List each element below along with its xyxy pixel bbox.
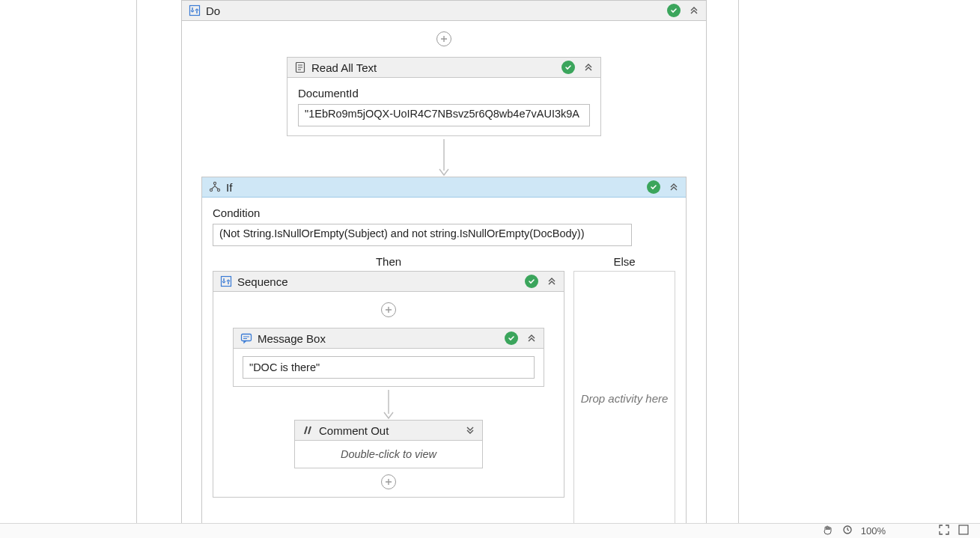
expand-icon[interactable] <box>464 424 476 436</box>
comment-hint[interactable]: Double-click to view <box>295 441 482 468</box>
comment-out-activity[interactable]: Comment Out <box>294 420 483 468</box>
msgbox-text-input[interactable]: "DOC is there" <box>243 356 535 379</box>
validation-ok-icon <box>525 275 538 288</box>
read-title: Read All Text <box>311 61 377 74</box>
sequence-activity[interactable]: Sequence <box>213 271 564 498</box>
collapse-icon[interactable] <box>688 4 700 16</box>
svg-rect-6 <box>242 334 252 341</box>
connector-arrow <box>435 139 453 177</box>
else-label: Else <box>573 255 675 268</box>
zoom-level[interactable]: 100% <box>861 525 886 537</box>
branch-icon <box>208 180 222 194</box>
add-activity-button[interactable] <box>381 474 396 489</box>
sequence-icon <box>219 275 233 288</box>
message-icon <box>240 331 253 345</box>
reset-zoom-icon[interactable] <box>841 524 853 538</box>
documentid-label: DocumentId <box>298 87 590 100</box>
comment-slash-icon <box>301 424 314 437</box>
fit-screen-icon[interactable] <box>938 524 950 538</box>
validation-ok-icon <box>647 180 660 194</box>
document-icon <box>293 61 307 74</box>
validation-ok-icon <box>505 331 518 345</box>
do-activity[interactable]: Do <box>181 0 707 536</box>
if-activity[interactable]: If Condition <box>201 177 687 535</box>
else-drop-zone[interactable]: Drop activity here <box>573 271 675 525</box>
collapse-icon[interactable] <box>668 181 680 193</box>
comment-header[interactable]: Comment Out <box>295 421 482 441</box>
read-header[interactable]: Read All Text <box>287 58 600 78</box>
svg-point-4 <box>217 189 219 191</box>
else-placeholder: Drop activity here <box>581 392 669 405</box>
condition-label: Condition <box>213 207 675 219</box>
read-all-text-activity[interactable]: Read All Text Docum <box>287 57 601 136</box>
svg-point-3 <box>210 189 212 191</box>
panel-border-right <box>738 0 739 524</box>
workflow-canvas[interactable]: Do <box>145 0 714 524</box>
do-header[interactable]: Do <box>182 1 706 21</box>
sequence-title: Sequence <box>237 275 288 288</box>
pan-hand-icon[interactable] <box>822 524 834 538</box>
overview-icon[interactable] <box>958 524 970 538</box>
documentid-input[interactable]: "1EbRo9m5jOQX-UoIR4C7NBsvz5r6Q8wb4e7vAUI… <box>298 104 590 126</box>
comment-title: Comment Out <box>319 424 389 437</box>
svg-rect-8 <box>959 525 968 534</box>
sequence-icon <box>188 4 201 17</box>
add-activity-button[interactable] <box>381 302 396 317</box>
sequence-header[interactable]: Sequence <box>213 272 564 292</box>
collapse-icon[interactable] <box>526 332 538 344</box>
collapse-icon[interactable] <box>582 61 594 73</box>
if-header[interactable]: If <box>202 177 686 198</box>
panel-border-left <box>136 0 137 524</box>
svg-point-2 <box>213 182 216 184</box>
condition-input[interactable]: (Not String.IsNullOrEmpty(Subject) and n… <box>213 224 632 246</box>
status-bar: 100% <box>0 523 980 538</box>
collapse-icon[interactable] <box>546 275 558 287</box>
message-box-activity[interactable]: Message Box <box>233 328 544 387</box>
validation-ok-icon <box>561 61 575 74</box>
do-title: Do <box>206 4 220 17</box>
add-activity-button[interactable] <box>436 31 451 46</box>
msgbox-header[interactable]: Message Box <box>234 328 544 349</box>
msgbox-title: Message Box <box>258 332 326 345</box>
connector-arrow <box>380 390 398 420</box>
validation-ok-icon <box>667 4 681 17</box>
then-label: Then <box>213 255 564 268</box>
if-title: If <box>226 181 232 194</box>
